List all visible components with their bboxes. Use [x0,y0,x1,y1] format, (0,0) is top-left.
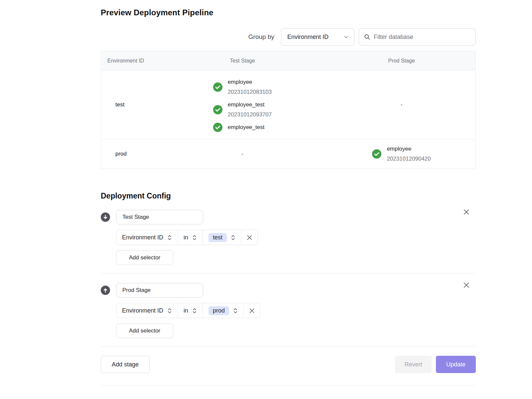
remove-selector-button[interactable] [241,230,258,245]
chevron-updown-icon [192,308,197,314]
database-version: 20231012093707 [228,110,272,120]
close-icon [463,281,470,289]
column-header-environment-id: Environment ID [101,58,157,64]
value-chip: test [208,233,227,242]
stage-config-test: Environment ID in test [101,210,476,265]
database-name: employee [228,77,272,87]
environment-cell: prod [107,151,127,157]
filter-database-box [359,28,476,46]
check-circle-icon [213,105,222,114]
stage-name-input[interactable] [116,210,203,224]
stage-name-input[interactable] [116,283,203,298]
database-name: employee [387,144,431,154]
arrow-down-circle-icon [101,212,110,222]
divider [101,273,476,274]
page-title: Preview Deployment Pipeline [101,8,476,17]
chevron-updown-icon [231,234,235,241]
close-icon [463,208,470,216]
database-item: employee 20231012083103 [213,77,272,97]
chevron-updown-icon [167,234,172,241]
database-item: employee 20231012090420 [372,144,431,164]
chevron-down-icon [343,34,349,40]
empty-dash: - [401,101,403,108]
add-stage-button[interactable]: Add stage [101,356,150,373]
database-item: employee_test 20231012093707 [213,100,272,120]
database-name: employee_test [228,100,272,110]
environment-cell: test [107,101,124,108]
filter-database-input[interactable] [374,34,471,41]
bottom-divider [101,385,476,386]
database-name: employee_test [228,122,265,132]
prod-stage-databases: employee 20231012090420 [372,144,431,164]
pipeline-table: Environment ID Test Stage Prod Stage tes… [101,51,476,169]
group-by-selected-value: Environment ID [287,34,329,41]
empty-dash: - [241,151,243,157]
column-header-test-stage: Test Stage [157,58,328,64]
arrow-up-circle-icon [101,286,110,295]
check-circle-icon [213,123,222,132]
database-item: employee_test [213,122,265,132]
pipeline-table-header: Environment ID Test Stage Prod Stage [101,51,475,70]
database-version: 20231012083103 [228,87,272,97]
remove-selector-button[interactable] [243,303,260,318]
database-version: 20231012090420 [387,154,431,164]
group-by-select[interactable]: Environment ID [281,28,354,46]
column-header-prod-stage: Prod Stage [328,58,475,64]
update-button[interactable]: Update [436,356,476,373]
value-chip: prod [208,306,229,315]
chevron-updown-icon [192,234,197,241]
add-selector-button[interactable]: Add selector [116,324,173,338]
revert-button[interactable]: Revert [395,356,432,373]
check-circle-icon [213,82,222,92]
table-row-prod: prod - employee 20231012090420 [101,139,475,169]
selector-operator-select[interactable]: in [178,303,202,318]
remove-stage-button[interactable] [462,208,470,216]
selector-operator-select[interactable]: in [178,230,202,245]
close-icon [248,307,255,314]
selector-field-select[interactable]: Environment ID [116,230,178,245]
main-content: Preview Deployment Pipeline Group by Env… [101,0,476,386]
chevron-updown-icon [167,308,172,314]
selector-field-select[interactable]: Environment ID [116,303,178,318]
chevron-updown-icon [233,308,238,314]
selector-group: Environment ID in test [116,230,258,245]
check-circle-icon [372,149,381,159]
close-icon [246,234,253,241]
section-title-deployment-config: Deployment Config [101,192,476,200]
selector-group: Environment ID in prod [116,303,260,318]
table-row-test: test employee 20231012083103 [101,70,475,139]
selector-value-select[interactable]: prod [202,303,243,318]
selector-value-select[interactable]: test [202,230,241,245]
test-stage-databases: employee 20231012083103 employee_test 20… [213,77,272,132]
divider [101,346,476,347]
group-by-label: Group by [248,33,274,41]
remove-stage-button[interactable] [462,281,470,289]
footer-actions: Add stage Revert Update [101,356,476,373]
search-icon [364,34,370,40]
add-selector-button[interactable]: Add selector [116,250,173,265]
table-controls: Group by Environment ID [101,28,476,46]
stage-config-prod: Environment ID in prod [101,283,476,338]
